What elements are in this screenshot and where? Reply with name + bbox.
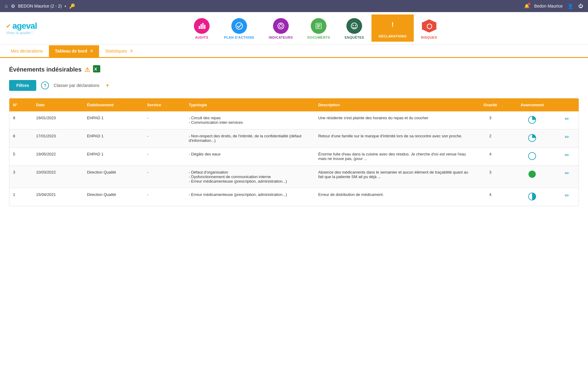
nav-item-indicateurs[interactable]: INDICATEURS — [262, 16, 300, 42]
declarations-nav-icon: ! — [385, 17, 400, 33]
cell-typologie: - Circuit des repas- Communication inter… — [185, 111, 315, 129]
cell-typologie: - Dégâts des eaux — [185, 148, 315, 166]
cell-n: 9 — [9, 111, 33, 129]
cell-description: Retour d'une famille sur le manque d'int… — [315, 129, 472, 148]
indicateurs-nav-icon — [273, 18, 289, 34]
svg-text:!: ! — [391, 21, 394, 28]
plan-nav-icon — [231, 18, 247, 34]
help-icon[interactable]: ? — [41, 82, 49, 89]
logout-icon[interactable]: ⏻ — [578, 3, 583, 9]
cell-gravite: 4 — [472, 148, 509, 166]
nav-items: AUDITS PLAN D'ACTIONS INDICATEURS — [49, 14, 582, 42]
cell-service: - — [143, 111, 185, 129]
table-row: 8 17/01/2023 EHPAD 1 - - Non-respect des… — [9, 129, 579, 148]
th-n: N° — [9, 98, 33, 111]
cell-n: 5 — [9, 148, 33, 166]
svg-point-14 — [355, 25, 356, 26]
sub-nav: Mes déclarations Tableau de bord ≡ Stati… — [0, 45, 588, 58]
th-description: Description — [315, 98, 472, 111]
cell-etablissement: EHPAD 1 — [83, 111, 143, 129]
cell-gravite: 3 — [472, 166, 509, 188]
cell-edit[interactable]: ✏ — [555, 166, 579, 188]
tableau-menu-icon[interactable]: ≡ — [90, 48, 93, 53]
nav-item-audits[interactable]: AUDITS — [187, 16, 217, 42]
cell-service: - — [143, 166, 185, 188]
table-row: 3 10/03/2022 Direction Qualité - - Défau… — [9, 166, 579, 188]
excel-export-icon[interactable]: X — [93, 65, 100, 74]
cell-description: Une résidente s'est plainte des horaires… — [315, 111, 472, 129]
logo: ✔ ageval Vivez la qualité ! — [6, 21, 37, 35]
cell-etablissement: Direction Qualité — [83, 166, 143, 188]
svg-text:X: X — [94, 67, 97, 72]
user-name-right: Bedon Maurice — [534, 4, 563, 8]
nav-item-risques[interactable]: ⬡ RISQUES — [414, 16, 444, 42]
user-caret[interactable]: ▾ — [65, 5, 66, 8]
nav-item-documents[interactable]: DOCUMENTS — [300, 16, 337, 42]
th-etablissement: Établissement — [83, 98, 143, 111]
logo-tagline: Vivez la qualité ! — [6, 31, 32, 35]
svg-rect-0 — [199, 26, 200, 29]
plan-label: PLAN D'ACTIONS — [224, 36, 254, 39]
filtres-button[interactable]: Filtres — [9, 80, 36, 91]
th-action — [555, 98, 579, 111]
cell-date: 19/05/2022 — [33, 148, 83, 166]
nav-item-enquetes[interactable]: ENQUÊTES — [337, 16, 371, 42]
logo-text: ageval — [12, 21, 37, 31]
sort-arrow-icon[interactable]: ▼ — [105, 83, 110, 88]
cell-service: - — [143, 148, 185, 166]
declarations-label: DÉCLARATIONS — [379, 34, 407, 38]
cell-edit[interactable]: ✏ — [555, 129, 579, 148]
cell-description: Erreur de distribution de médicament. — [315, 188, 472, 206]
cell-etablissement: EHPAD 1 — [83, 148, 143, 166]
nav-item-plan[interactable]: PLAN D'ACTIONS — [217, 16, 262, 42]
cell-edit[interactable]: ✏ — [555, 111, 579, 129]
cell-avancement — [509, 166, 555, 188]
risques-nav-icon: ⬡ — [421, 18, 437, 34]
svg-point-13 — [352, 25, 354, 26]
th-typologie: Typologie — [185, 98, 315, 111]
cell-date: 10/03/2022 — [33, 166, 83, 188]
gear-icon[interactable]: ⚙ — [11, 3, 15, 9]
cell-etablissement: Direction Qualité — [83, 188, 143, 206]
enquetes-nav-icon — [346, 18, 362, 34]
top-bar-left: ⌂ ⚙ BEDON Maurice (2 - 2) ▾ 🔑 — [5, 3, 75, 9]
tab-mes-declarations[interactable]: Mes déclarations — [5, 46, 49, 57]
svg-point-6 — [279, 24, 282, 27]
tab-tableau-de-bord[interactable]: Tableau de bord ≡ — [49, 45, 99, 58]
svg-point-4 — [236, 23, 243, 29]
cell-gravite: 3 — [472, 111, 509, 129]
svg-text:⬡: ⬡ — [426, 23, 432, 30]
table-header-row: N° Date Établissement Service Typologie … — [9, 98, 579, 111]
tab-statistiques[interactable]: Statistiques ≡ — [99, 45, 139, 58]
logo-check-icon: ✔ — [6, 22, 11, 30]
notification-dot — [528, 3, 530, 5]
filters-row: Filtres ? Classer par déclarations ▼ — [9, 80, 579, 91]
statistiques-menu-icon[interactable]: ≡ — [130, 48, 133, 53]
nav-bar: ✔ ageval Vivez la qualité ! AUDITS — [0, 12, 588, 45]
th-gravite: Gravité — [472, 98, 509, 111]
top-bar: ⌂ ⚙ BEDON Maurice (2 - 2) ▾ 🔑 🔔 Bedon Ma… — [0, 0, 588, 12]
home-icon[interactable]: ⌂ — [5, 3, 8, 9]
key-icon[interactable]: 🔑 — [69, 3, 75, 9]
cell-edit[interactable]: ✏ — [555, 188, 579, 206]
nav-item-declarations[interactable]: ! DÉCLARATIONS — [371, 14, 414, 42]
user-profile-icon[interactable]: 👤 — [567, 3, 574, 9]
cell-edit[interactable]: ✏ — [555, 148, 579, 166]
audits-label: AUDITS — [195, 36, 208, 39]
cell-date: 15/04/2021 — [33, 188, 83, 206]
svg-rect-3 — [204, 25, 205, 29]
th-date: Date — [33, 98, 83, 111]
cell-avancement — [509, 148, 555, 166]
cell-gravite: 4 — [472, 188, 509, 206]
cell-description: Absence des médicaments dans le semainie… — [315, 166, 472, 188]
notifications-bell[interactable]: 🔔 — [524, 4, 529, 8]
cell-avancement — [509, 188, 555, 206]
cell-service: - — [143, 129, 185, 148]
cell-typologie: - Non-respect des droits, de l'intimité,… — [185, 129, 315, 148]
cell-etablissement: EHPAD 1 — [83, 129, 143, 148]
documents-label: DOCUMENTS — [307, 36, 330, 39]
cell-gravite: 2 — [472, 129, 509, 148]
table-row: 9 19/01/2023 EHPAD 1 - - Circuit des rep… — [9, 111, 579, 129]
sort-label: Classer par déclarations — [54, 83, 99, 88]
risques-label: RISQUES — [421, 36, 437, 39]
